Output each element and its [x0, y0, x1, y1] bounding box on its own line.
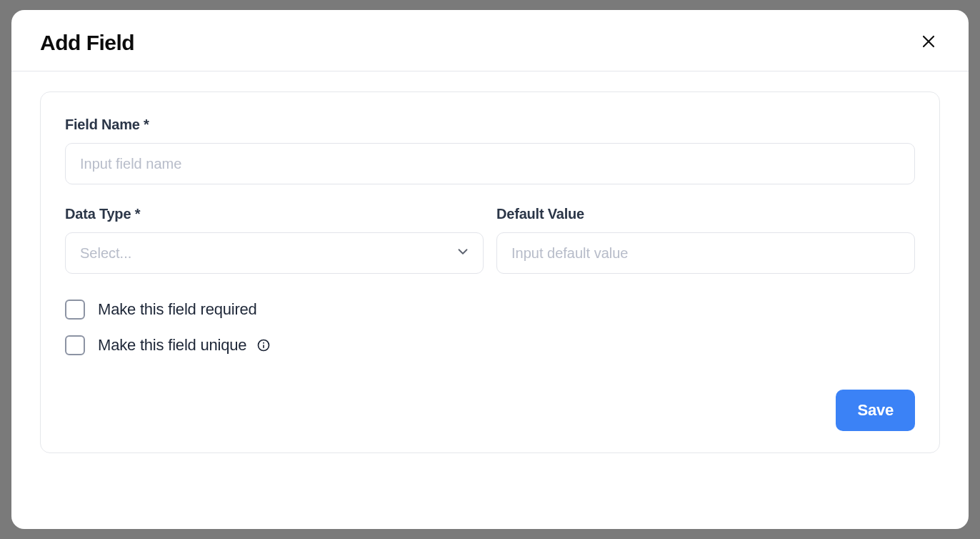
- unique-checkbox[interactable]: [65, 335, 85, 355]
- data-type-group: Data Type * Select...: [65, 206, 484, 274]
- svg-point-1: [263, 342, 264, 344]
- unique-checkbox-row: Make this field unique: [65, 335, 915, 355]
- required-checkbox-text: Make this field required: [98, 300, 257, 319]
- default-value-input[interactable]: [496, 232, 915, 274]
- info-icon[interactable]: [256, 338, 271, 352]
- form-row-type-default: Data Type * Select... Default Value: [65, 206, 915, 274]
- default-value-group: Default Value: [496, 206, 915, 274]
- close-icon: [920, 33, 937, 52]
- data-type-select-wrap: Select...: [65, 232, 484, 274]
- unique-checkbox-label: Make this field unique: [98, 336, 271, 355]
- field-name-group: Field Name *: [65, 117, 915, 184]
- form-card: Field Name * Data Type * Select...: [40, 92, 940, 453]
- add-field-modal: Add Field Field Name * Data Type * Selec…: [11, 10, 969, 529]
- field-name-input[interactable]: [65, 143, 915, 184]
- required-checkbox-row: Make this field required: [65, 300, 915, 320]
- required-checkbox-label: Make this field required: [98, 300, 257, 319]
- field-name-label: Field Name *: [65, 117, 915, 133]
- modal-title: Add Field: [40, 31, 134, 55]
- required-checkbox[interactable]: [65, 300, 85, 320]
- form-actions: Save: [65, 390, 915, 431]
- data-type-label: Data Type *: [65, 206, 484, 222]
- svg-rect-2: [264, 345, 265, 348]
- close-button[interactable]: [917, 30, 940, 55]
- data-type-select[interactable]: Select...: [65, 232, 484, 274]
- modal-header: Add Field: [11, 10, 969, 71]
- unique-checkbox-text: Make this field unique: [98, 336, 246, 355]
- checkbox-group: Make this field required Make this field…: [65, 300, 915, 355]
- modal-body: Field Name * Data Type * Select...: [11, 71, 969, 529]
- default-value-label: Default Value: [496, 206, 915, 222]
- save-button[interactable]: Save: [836, 390, 915, 431]
